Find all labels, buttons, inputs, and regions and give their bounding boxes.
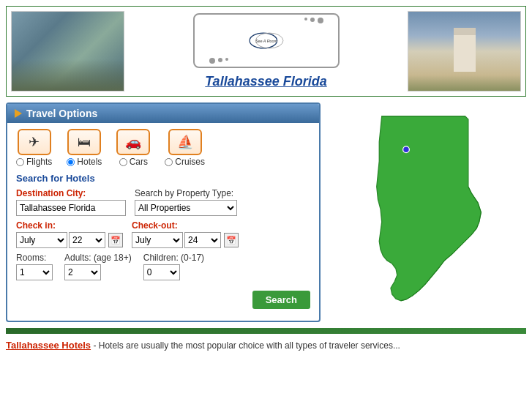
dot bbox=[209, 58, 215, 64]
flights-radio[interactable] bbox=[16, 158, 24, 166]
dot bbox=[304, 18, 307, 20]
cars-icon-box: 🚗 bbox=[116, 129, 150, 155]
checkin-group: Check in: JanuaryFebruaryMarch AprilMayJ… bbox=[16, 220, 123, 248]
travel-types: ✈ Flights 🛏 Hotels 🚗 bbox=[16, 129, 310, 167]
logo-arc-svg: See A Room bbox=[248, 28, 285, 53]
tallahassee-marker bbox=[402, 146, 409, 153]
children-select[interactable]: 0123 bbox=[143, 264, 180, 280]
checkout-calendar-icon[interactable]: 📅 bbox=[224, 233, 239, 247]
hotels-label[interactable]: Hotels bbox=[67, 157, 102, 167]
hotels-radio[interactable] bbox=[67, 158, 75, 166]
svg-text:See A Room: See A Room bbox=[255, 39, 277, 43]
cruises-icon-box: ⛵ bbox=[168, 129, 202, 155]
arrow-icon bbox=[15, 109, 22, 118]
flights-label[interactable]: Flights bbox=[16, 157, 52, 167]
travel-panel-title: Travel Options bbox=[26, 108, 97, 119]
travel-panel-body: ✈ Flights 🛏 Hotels 🚗 bbox=[7, 123, 319, 292]
dates-row: Check in: JanuaryFebruaryMarch AprilMayJ… bbox=[16, 220, 310, 248]
checkin-day-select[interactable]: 202122232425 bbox=[69, 232, 105, 248]
dot bbox=[218, 58, 222, 62]
adults-select[interactable]: 1234 bbox=[64, 264, 101, 280]
checkout-day-select[interactable]: 2223242526 bbox=[184, 232, 221, 248]
logo-text: See A Room bbox=[248, 28, 285, 53]
header-center: See A Room Tallahassee Florida bbox=[124, 13, 408, 89]
search-section-title: Search for Hotels bbox=[16, 173, 310, 184]
hotels-option[interactable]: 🛏 Hotels bbox=[67, 129, 102, 167]
site-title[interactable]: Tallahassee Florida bbox=[205, 74, 326, 89]
property-select[interactable]: All Properties Hotels Motels Resorts B&B bbox=[135, 200, 237, 216]
checkin-calendar-icon[interactable]: 📅 bbox=[108, 233, 123, 247]
dot bbox=[310, 18, 315, 22]
flights-option[interactable]: ✈ Flights bbox=[16, 129, 52, 167]
hotels-icon-box: 🛏 bbox=[67, 129, 101, 155]
checkout-label: Check-out: bbox=[132, 220, 239, 231]
destination-label: Destination City: bbox=[16, 188, 126, 198]
destination-group: Destination City: bbox=[16, 188, 126, 216]
hotels-text: Hotels bbox=[77, 157, 102, 167]
cars-radio[interactable] bbox=[119, 158, 127, 166]
children-group: Children: (0-17) 0123 bbox=[143, 253, 204, 280]
hotel-room-image bbox=[11, 11, 124, 92]
footer-link[interactable]: Tallahassee Hotels bbox=[6, 340, 91, 351]
cruises-radio[interactable] bbox=[165, 158, 173, 166]
checkin-label: Check in: bbox=[16, 220, 123, 231]
checkout-month-select[interactable]: JanuaryFebruaryMarch AprilMayJune JulyAu… bbox=[132, 232, 183, 248]
flights-text: Flights bbox=[26, 157, 52, 167]
main-content: Travel Options ✈ Flights 🛏 Hotels bbox=[6, 102, 526, 322]
checkin-selects: JanuaryFebruaryMarch AprilMayJune JulyAu… bbox=[16, 232, 123, 248]
header: See A Room Tallahassee Florida bbox=[6, 6, 526, 97]
logo-dots-bottom bbox=[209, 58, 228, 64]
bottom-bar bbox=[6, 328, 526, 334]
travel-panel: Travel Options ✈ Flights 🛏 Hotels bbox=[6, 102, 321, 322]
adults-group: Adults: (age 18+) 1234 bbox=[64, 253, 132, 280]
adults-label: Adults: (age 18+) bbox=[64, 253, 132, 263]
logo-dots-top bbox=[304, 18, 323, 23]
cruises-text: Cruises bbox=[175, 157, 205, 167]
travel-panel-header: Travel Options bbox=[7, 104, 319, 123]
cars-text: Cars bbox=[130, 157, 148, 167]
property-group: Search by Property Type: All Properties … bbox=[135, 188, 237, 216]
checkout-group: Check-out: JanuaryFebruaryMarch AprilMay… bbox=[132, 220, 239, 248]
rooms-select[interactable]: 1234 bbox=[16, 264, 53, 280]
cruises-label[interactable]: Cruises bbox=[165, 157, 205, 167]
map-area bbox=[326, 102, 526, 322]
cruises-option[interactable]: ⛵ Cruises bbox=[165, 129, 205, 167]
capitol-image bbox=[408, 11, 521, 92]
dot bbox=[225, 58, 228, 61]
destination-property-row: Destination City: Search by Property Typ… bbox=[16, 188, 310, 216]
rooms-row: Rooms: 1234 Adults: (age 18+) 1234 Child… bbox=[16, 253, 310, 280]
footer-section: Tallahassee Hotels - Hotels are usually … bbox=[6, 337, 526, 354]
destination-input[interactable] bbox=[16, 200, 126, 216]
florida-svg bbox=[342, 110, 511, 315]
rooms-group: Rooms: 1234 bbox=[16, 253, 53, 280]
dot bbox=[318, 18, 323, 23]
footer-description: - Hotels are usually the most popular ch… bbox=[91, 340, 400, 351]
property-label: Search by Property Type: bbox=[135, 188, 237, 198]
logo-container: See A Room bbox=[193, 13, 340, 68]
rooms-label: Rooms: bbox=[16, 253, 53, 263]
search-button[interactable]: Search bbox=[252, 291, 310, 309]
flights-icon-box: ✈ bbox=[18, 129, 51, 155]
checkin-month-select[interactable]: JanuaryFebruaryMarch AprilMayJune JulyAu… bbox=[16, 232, 67, 248]
checkout-selects: JanuaryFebruaryMarch AprilMayJune JulyAu… bbox=[132, 232, 239, 248]
children-label: Children: (0-17) bbox=[143, 253, 204, 263]
cars-label[interactable]: Cars bbox=[119, 157, 148, 167]
cars-option[interactable]: 🚗 Cars bbox=[116, 129, 150, 167]
florida-map bbox=[342, 110, 511, 315]
